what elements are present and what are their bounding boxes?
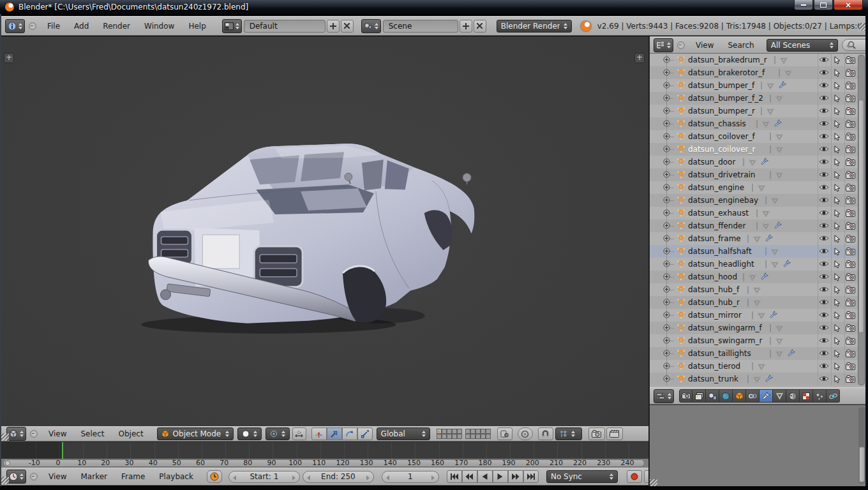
timeline-menu-playback[interactable]: Playback bbox=[152, 472, 200, 481]
expand-toggle-icon[interactable] bbox=[663, 286, 670, 295]
outliner-tree[interactable]: datsun_brakedrum_r|datsun_brakerotor_f|d… bbox=[650, 54, 865, 387]
expand-toggle-icon[interactable] bbox=[663, 337, 670, 346]
layer-cell[interactable] bbox=[475, 434, 481, 439]
maximize-button[interactable] bbox=[814, 0, 833, 10]
outliner-row-datsun_door[interactable]: datsun_door| bbox=[650, 156, 858, 168]
timeline-menu-view[interactable]: View bbox=[41, 472, 73, 481]
frame-end-slider[interactable]: End: 250 bbox=[303, 471, 374, 483]
object-name-label[interactable]: datsun_engine bbox=[688, 183, 744, 192]
visibility-eye-icon[interactable] bbox=[819, 120, 829, 129]
expand-toggle-icon[interactable] bbox=[663, 248, 670, 256]
outliner-row-datsun_drivetrain[interactable]: datsun_drivetrain| bbox=[650, 168, 858, 181]
selectability-cursor-icon[interactable] bbox=[834, 260, 841, 271]
object-name-label[interactable]: datsun_brakerotor_f bbox=[688, 68, 765, 77]
viewport-3d[interactable]: + + bbox=[1, 36, 648, 426]
layer-cell[interactable] bbox=[465, 429, 470, 434]
mesh-data-icon[interactable] bbox=[749, 274, 756, 283]
rotate-manipulator-button[interactable] bbox=[342, 427, 357, 440]
renderability-camera-icon[interactable] bbox=[846, 324, 855, 334]
modifier-wrench-icon[interactable] bbox=[778, 81, 786, 91]
info-menu-window[interactable]: Window bbox=[137, 22, 181, 31]
outliner-row-datsun_coilover_f[interactable]: datsun_coilover_f| bbox=[650, 130, 858, 143]
mesh-data-icon[interactable] bbox=[762, 223, 770, 232]
info-menu-file[interactable]: File bbox=[40, 22, 67, 31]
opengl-render-animation-button[interactable] bbox=[606, 427, 623, 440]
expand-toggle-icon[interactable] bbox=[663, 197, 670, 205]
expand-toggle-icon[interactable] bbox=[663, 209, 670, 218]
expand-toggle-icon[interactable] bbox=[663, 133, 670, 142]
modifier-wrench-icon[interactable] bbox=[760, 272, 768, 283]
mesh-data-icon[interactable] bbox=[753, 299, 761, 308]
renderability-camera-icon[interactable] bbox=[846, 273, 855, 283]
outliner-row-datsun_bumper_f_2[interactable]: datsun_bumper_f_2| bbox=[650, 92, 858, 105]
add-layout-button[interactable] bbox=[327, 20, 340, 33]
viewport-shading-select[interactable] bbox=[237, 427, 262, 440]
selectability-cursor-icon[interactable] bbox=[834, 158, 841, 168]
selectability-cursor-icon[interactable] bbox=[834, 235, 841, 245]
mesh-data-icon[interactable] bbox=[784, 70, 792, 78]
scene-name-field[interactable]: Scene bbox=[383, 20, 458, 33]
object-name-label[interactable]: datsun_brakedrum_r bbox=[688, 56, 767, 64]
renderability-camera-icon[interactable] bbox=[846, 337, 855, 346]
info-menu-render[interactable]: Render bbox=[96, 22, 137, 31]
outliner-row-datsun_frame[interactable]: datsun_frame| bbox=[650, 232, 858, 245]
layer-cell[interactable] bbox=[470, 429, 475, 434]
properties-tab-physics[interactable] bbox=[827, 389, 840, 403]
mesh-data-icon[interactable] bbox=[771, 248, 779, 257]
mesh-data-icon[interactable] bbox=[775, 172, 783, 181]
mesh-data-icon[interactable] bbox=[775, 325, 783, 334]
expand-toggle-icon[interactable] bbox=[663, 94, 670, 103]
object-name-label[interactable]: datsun_bumper_r bbox=[688, 107, 755, 115]
selectability-cursor-icon[interactable] bbox=[834, 145, 841, 156]
visibility-eye-icon[interactable] bbox=[819, 145, 829, 154]
frame-start-slider[interactable]: Start: 1 bbox=[228, 471, 300, 483]
renderability-camera-icon[interactable] bbox=[846, 133, 855, 142]
outliner-row-datsun_halfshaft[interactable]: datsun_halfshaft| bbox=[650, 245, 858, 258]
outliner-scrollbar[interactable] bbox=[858, 55, 865, 385]
properties-scrollbar-thumb[interactable] bbox=[859, 447, 865, 482]
layers-grid-2[interactable] bbox=[465, 429, 491, 439]
modifier-wrench-icon[interactable] bbox=[769, 311, 777, 321]
snap-toggle-button[interactable] bbox=[538, 427, 553, 440]
timeline-canvas[interactable] bbox=[1, 442, 648, 459]
renderability-camera-icon[interactable] bbox=[846, 82, 855, 91]
renderability-camera-icon[interactable] bbox=[846, 120, 855, 130]
mesh-data-icon[interactable] bbox=[753, 376, 761, 385]
selectability-cursor-icon[interactable] bbox=[834, 350, 841, 360]
renderability-camera-icon[interactable] bbox=[846, 311, 855, 321]
outliner-row-datsun_swingarm_f[interactable]: datsun_swingarm_f| bbox=[650, 322, 858, 334]
area-resize-grip[interactable] bbox=[1, 433, 9, 441]
outliner-row-datsun_swingarm_r[interactable]: datsun_swingarm_r| bbox=[650, 334, 858, 347]
visibility-eye-icon[interactable] bbox=[819, 171, 829, 180]
info-menu-help[interactable]: Help bbox=[181, 22, 213, 31]
mesh-data-icon[interactable] bbox=[749, 159, 756, 168]
delete-layout-button[interactable] bbox=[341, 20, 354, 33]
selectability-cursor-icon[interactable] bbox=[834, 107, 841, 117]
layer-cell[interactable] bbox=[447, 434, 452, 439]
layers-grid[interactable] bbox=[437, 429, 462, 439]
outliner-row-datsun_brakerotor_f[interactable]: datsun_brakerotor_f| bbox=[650, 66, 858, 79]
editor-type-properties-button[interactable] bbox=[654, 389, 674, 403]
selectability-cursor-icon[interactable] bbox=[834, 311, 841, 322]
expand-toggle-icon[interactable] bbox=[663, 260, 670, 269]
layer-cell[interactable] bbox=[481, 429, 486, 434]
outliner-row-datsun_tierod[interactable]: datsun_tierod| bbox=[650, 360, 858, 373]
timeline-frame-scrollbar[interactable]: -100102030405060708090100110120130140150… bbox=[1, 459, 648, 468]
info-menu-add[interactable]: Add bbox=[67, 22, 96, 31]
object-name-label[interactable]: datsun_headlight bbox=[688, 260, 754, 269]
layer-cell[interactable] bbox=[447, 429, 452, 434]
jump-to-end-button[interactable] bbox=[523, 470, 539, 483]
properties-scrollbar[interactable] bbox=[858, 407, 865, 484]
screen-layout-browse-button[interactable] bbox=[222, 19, 242, 33]
renderability-camera-icon[interactable] bbox=[846, 350, 855, 359]
renderability-camera-icon[interactable] bbox=[846, 375, 855, 385]
mesh-data-icon[interactable] bbox=[762, 121, 770, 130]
mesh-data-icon[interactable] bbox=[775, 95, 783, 104]
region-expand-right-icon[interactable]: + bbox=[634, 53, 645, 63]
renderability-camera-icon[interactable] bbox=[846, 248, 855, 257]
object-name-label[interactable]: datsun_bumper_f bbox=[688, 81, 754, 90]
object-name-label[interactable]: datsun_trunk bbox=[688, 375, 738, 383]
outliner-row-datsun_exhaust[interactable]: datsun_exhaust| bbox=[650, 207, 858, 219]
renderability-camera-icon[interactable] bbox=[846, 184, 855, 193]
close-button[interactable]: × bbox=[834, 0, 863, 10]
